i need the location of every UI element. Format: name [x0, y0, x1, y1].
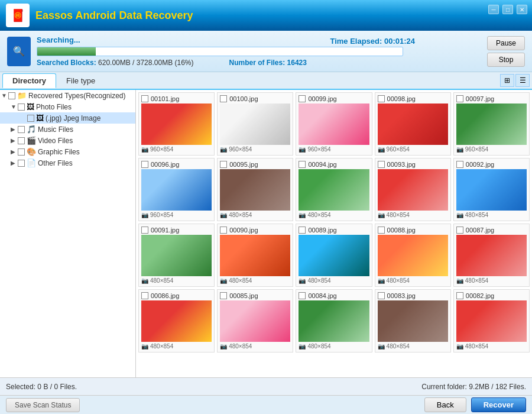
file-item[interactable]: 00092.jpg 📷 480×854	[453, 158, 530, 221]
searching-label: Searching...	[37, 35, 80, 44]
graphic-checkbox[interactable]	[18, 148, 25, 156]
file-size-7: 480×854	[307, 212, 330, 218]
file-thumbnail-14	[456, 235, 527, 276]
file-name-10: 00091.jpg	[151, 227, 179, 234]
file-item[interactable]: 00098.jpg 📷 960×854	[375, 92, 451, 156]
file-checkbox-17[interactable]	[299, 292, 306, 299]
view-toggle[interactable]: ⊞ ☰	[500, 74, 530, 87]
file-checkbox-4[interactable]	[456, 95, 463, 102]
grid-view-button[interactable]: ⊞	[500, 74, 514, 87]
file-item[interactable]: 00093.jpg 📷 480×854	[375, 158, 451, 221]
file-checkbox-12[interactable]	[299, 227, 306, 234]
file-size-2: 960×854	[307, 146, 330, 153]
file-thumbnail-19	[456, 300, 527, 342]
sidebar-item-jpeg[interactable]: 🖼 (.jpg) Jpeg Image	[0, 112, 135, 124]
file-checkbox-5[interactable]	[141, 161, 148, 168]
file-size-12: 480×854	[307, 277, 330, 284]
file-item[interactable]: 00082.jpg 📷 480×854	[453, 289, 530, 352]
file-checkbox-1[interactable]	[220, 95, 227, 102]
file-name-7: 00094.jpg	[308, 161, 336, 168]
file-checkbox-8[interactable]	[378, 161, 385, 168]
file-item[interactable]: 00095.jpg 📷 480×854	[217, 158, 293, 221]
file-checkbox-0[interactable]	[141, 95, 148, 102]
list-view-button[interactable]: ☰	[515, 74, 530, 87]
progress-bar-fill	[37, 47, 96, 56]
file-size-10: 480×854	[150, 277, 173, 284]
file-type-icon-15: 📷	[141, 343, 148, 350]
file-type-icon-19: 📷	[456, 343, 463, 350]
file-size-13: 480×854	[387, 277, 410, 284]
file-checkbox-11[interactable]	[220, 227, 227, 234]
music-checkbox[interactable]	[18, 126, 25, 133]
window-controls[interactable]: ─ □ ✕	[488, 5, 527, 14]
sidebar-item-other[interactable]: ▶ 📄 Other Files	[0, 157, 135, 169]
file-item[interactable]: 00097.jpg 📷 960×854	[453, 92, 530, 156]
file-checkbox-6[interactable]	[220, 161, 227, 168]
file-thumbnail-7	[299, 169, 369, 211]
file-checkbox-18[interactable]	[378, 292, 385, 299]
recover-button[interactable]: Recover	[471, 397, 526, 412]
minimize-button[interactable]: ─	[488, 5, 499, 14]
file-type-icon-2: 📷	[299, 146, 306, 153]
sidebar-item-video[interactable]: ▶ 🎬 Video Files	[0, 135, 135, 146]
file-thumbnail-16	[220, 300, 290, 342]
back-button[interactable]: Back	[424, 397, 466, 412]
file-checkbox-14[interactable]	[456, 227, 463, 234]
file-item[interactable]: 00083.jpg 📷 480×854	[375, 289, 451, 352]
file-checkbox-15[interactable]	[141, 292, 148, 299]
video-checkbox[interactable]	[18, 137, 25, 144]
other-checkbox[interactable]	[18, 160, 25, 167]
file-checkbox-7[interactable]	[299, 161, 306, 168]
file-checkbox-13[interactable]	[378, 227, 385, 234]
file-item[interactable]: 00099.jpg 📷 960×854	[296, 92, 372, 156]
photo-files-checkbox[interactable]	[18, 104, 25, 111]
save-scan-button[interactable]: Save Scan Status	[6, 398, 80, 412]
maximize-button[interactable]: □	[502, 5, 513, 14]
file-thumbnail-18	[378, 300, 448, 342]
stop-button[interactable]: Stop	[487, 53, 525, 67]
file-type-icon-17: 📷	[299, 343, 306, 350]
sidebar-item-root[interactable]: ▼ 📁 Recovered Types(Recognized)	[0, 90, 135, 101]
file-item[interactable]: 00101.jpg 📷 960×854	[138, 92, 215, 156]
file-item[interactable]: 00091.jpg 📷 480×854	[138, 224, 215, 287]
file-item[interactable]: 00094.jpg 📷 480×854	[296, 158, 372, 221]
jpeg-checkbox[interactable]	[27, 115, 34, 122]
root-checkbox[interactable]	[8, 92, 15, 99]
folder-info: Current folder: 9.2MB / 182 Files.	[421, 383, 526, 391]
file-checkbox-10[interactable]	[141, 227, 148, 234]
file-item[interactable]: 00088.jpg 📷 480×854	[375, 224, 451, 287]
file-item[interactable]: 00090.jpg 📷 480×854	[217, 224, 293, 287]
sidebar-item-graphic[interactable]: ▶ 🎨 Graphic Files	[0, 146, 135, 157]
close-button[interactable]: ✕	[517, 5, 527, 14]
file-checkbox-9[interactable]	[456, 161, 463, 168]
file-thumbnail-13	[378, 235, 448, 276]
file-checkbox-2[interactable]	[299, 95, 306, 102]
file-item[interactable]: 00085.jpg 📷 480×854	[217, 289, 293, 352]
file-item[interactable]: 00089.jpg 📷 480×854	[296, 224, 372, 287]
file-type-icon-7: 📷	[299, 212, 306, 218]
tab-file-type[interactable]: File type	[56, 73, 105, 88]
file-thumbnail-0	[141, 104, 212, 145]
file-checkbox-16[interactable]	[220, 292, 227, 299]
sidebar-item-music[interactable]: ▶ 🎵 Music Files	[0, 124, 135, 135]
file-checkbox-3[interactable]	[378, 95, 385, 102]
file-item[interactable]: 00086.jpg 📷 480×854	[138, 289, 215, 352]
tab-bar: Directory File type ⊞ ☰	[0, 72, 532, 90]
file-size-6: 480×854	[229, 212, 252, 218]
file-item[interactable]: 00096.jpg 📷 960×854	[138, 158, 215, 221]
pause-button[interactable]: Pause	[487, 36, 525, 50]
file-size-11: 480×854	[229, 277, 252, 284]
file-name-0: 00101.jpg	[151, 95, 179, 102]
file-name-1: 00100.jpg	[229, 95, 258, 102]
file-checkbox-19[interactable]	[456, 292, 463, 299]
file-size-16: 480×854	[229, 343, 252, 350]
file-type-icon-5: 📷	[141, 212, 148, 218]
tab-directory[interactable]: Directory	[2, 73, 56, 88]
file-item[interactable]: 00100.jpg 📷 960×854	[217, 92, 293, 156]
file-item[interactable]: 00087.jpg 📷 480×854	[453, 224, 530, 287]
pause-stop-buttons[interactable]: Pause Stop	[487, 36, 525, 67]
file-name-18: 00083.jpg	[387, 292, 416, 299]
sidebar-item-photo-files[interactable]: ▼ 🖼 Photo Files	[0, 101, 135, 112]
status-bar: Selected: 0 B / 0 Files. Current folder:…	[0, 377, 532, 395]
file-item[interactable]: 00084.jpg 📷 480×854	[296, 289, 372, 352]
